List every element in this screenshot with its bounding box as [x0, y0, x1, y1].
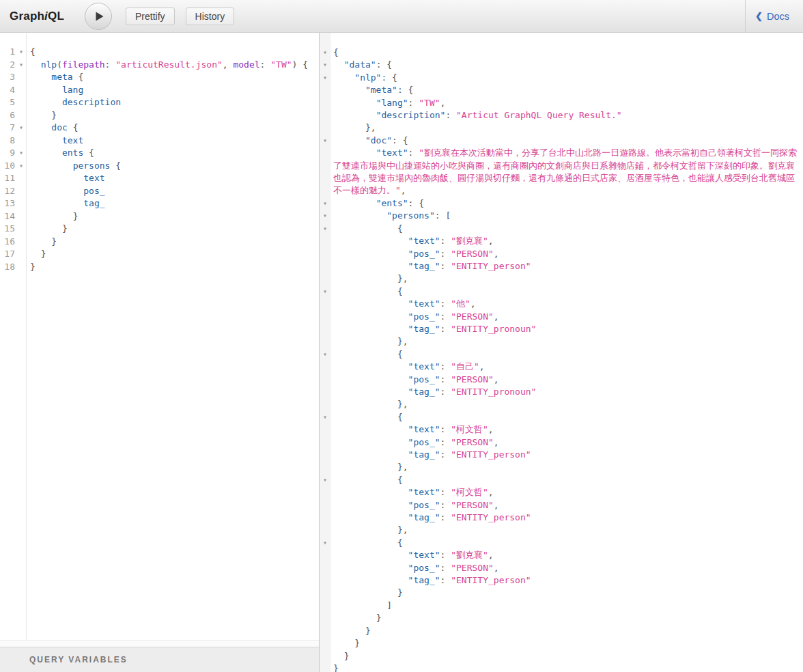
code-line: 15 } [0, 223, 319, 236]
code-token [30, 72, 51, 82]
code-line-content: } [26, 223, 68, 236]
result-line-content: ] [331, 600, 803, 612]
query-editor-panel[interactable]: 1▾{2▾ nlp(filepath: "articutResult.json"… [0, 33, 319, 672]
code-token: "data" [344, 59, 376, 70]
result-line-content: { [331, 46, 803, 59]
fold-arrow-icon[interactable]: ▾ [16, 147, 26, 160]
result-line: "pos_": "PERSON", [319, 562, 803, 574]
fold-arrow-icon[interactable]: ▾ [319, 197, 331, 210]
result-line: "pos_": "PERSON", [319, 248, 803, 260]
code-token: }, [397, 524, 408, 535]
code-token [333, 449, 408, 460]
result-line-content: } [331, 612, 803, 624]
fold-arrow-icon[interactable]: ▾ [319, 285, 331, 298]
fold-arrow-icon[interactable]: ▾ [16, 46, 26, 59]
result-line: } [319, 662, 803, 672]
fold-spacer [319, 122, 331, 134]
code-token: : [440, 298, 451, 309]
code-token: "text" [408, 487, 440, 497]
fold-arrow-icon[interactable]: ▾ [319, 59, 331, 71]
query-variables-title[interactable]: QUERY VARIABLES [0, 647, 319, 672]
code-token: "他" [451, 298, 470, 309]
code-token: : [440, 575, 451, 585]
code-token: "tag_" [408, 261, 440, 271]
code-token: "nlp" [354, 72, 381, 83]
line-number: 2 [0, 59, 16, 72]
fold-arrow-icon[interactable]: ▾ [16, 160, 26, 173]
code-token: { [392, 72, 397, 83]
fold-spacer [319, 172, 331, 184]
code-token: model [233, 59, 259, 70]
result-line: "tag_": "ENTITY_person" [319, 260, 803, 272]
code-line: 5 description [0, 96, 319, 109]
code-token: doc [51, 122, 67, 132]
line-number: 16 [0, 236, 16, 249]
code-token: 也認為，雙連市場內的魯肉飯、圓仔湯與切仔麵，還有九條通的日式店家、居酒屋等特色，… [333, 173, 795, 183]
code-token: filepath [62, 59, 105, 70]
fold-arrow-icon[interactable]: ▾ [319, 210, 331, 222]
code-token: "劉克襄" [451, 236, 488, 246]
fold-arrow-icon[interactable]: ▾ [319, 537, 331, 549]
code-token: : [440, 424, 451, 434]
code-token: "劉克襄在本次活動當中，分享了台北中山北路一日遊路線。他表示當初自己領著柯文哲一… [419, 148, 797, 158]
fold-arrow-icon[interactable]: ▾ [16, 59, 26, 72]
code-token [333, 135, 365, 145]
result-line-content: { [331, 411, 803, 423]
query-editor-code[interactable]: 1▾{2▾ nlp(filepath: "articutResult.json"… [0, 33, 319, 273]
fold-arrow-icon[interactable]: ▾ [16, 122, 26, 135]
line-number: 6 [0, 109, 16, 122]
fold-arrow-icon[interactable]: ▾ [319, 411, 331, 423]
line-number: 10 [0, 160, 16, 173]
code-token: : [408, 148, 419, 158]
result-line-content: "data": { [331, 59, 803, 71]
fold-arrow-icon[interactable]: ▾ [319, 72, 331, 84]
code-token [333, 587, 397, 598]
result-line: "text": "自己", [319, 361, 803, 373]
code-token: } [354, 638, 360, 648]
code-token: "PERSON" [451, 249, 494, 259]
fold-spacer [319, 524, 331, 536]
code-token: "PERSON" [451, 563, 494, 573]
line-number: 13 [0, 197, 16, 210]
code-token [333, 512, 408, 522]
code-token [30, 110, 51, 120]
docs-link[interactable]: ❮Docs [755, 11, 789, 22]
fold-spacer [16, 248, 26, 261]
line-number: 14 [0, 210, 16, 223]
code-token [333, 475, 397, 485]
prettify-button[interactable]: Prettify [126, 8, 175, 25]
result-line-content: } [331, 650, 803, 662]
code-token: : [440, 550, 451, 560]
line-number: 9 [0, 147, 16, 160]
code-token [333, 399, 397, 409]
code-token [333, 122, 365, 132]
fold-spacer [16, 197, 26, 210]
code-token: , [494, 311, 499, 322]
code-token: , [494, 249, 499, 259]
code-token: "pos_" [408, 563, 440, 573]
fold-arrow-icon[interactable]: ▾ [319, 348, 331, 361]
code-token: } [73, 211, 79, 221]
code-token [333, 223, 397, 234]
fold-arrow-icon[interactable]: ▾ [319, 223, 331, 235]
code-token: }, [365, 122, 376, 132]
fold-arrow-icon[interactable]: ▾ [319, 474, 331, 486]
code-token: }, [397, 399, 408, 409]
fold-spacer [319, 461, 331, 473]
fold-arrow-icon[interactable]: ▾ [319, 135, 331, 147]
query-variables-editor[interactable] [0, 640, 319, 647]
code-token: meta [51, 72, 72, 82]
result-line-content: "text": "劉克襄", [331, 549, 803, 561]
code-token: : [397, 85, 408, 95]
history-button[interactable]: History [186, 8, 235, 25]
fold-arrow-icon[interactable]: ▾ [319, 46, 331, 59]
code-token: "text" [408, 424, 440, 434]
code-line-content: text [26, 135, 83, 148]
result-line: ▾ { [319, 285, 803, 298]
code-token: "text" [408, 361, 440, 372]
code-line-content: } [26, 248, 46, 261]
execute-query-button[interactable] [85, 3, 112, 30]
code-token: , [494, 563, 499, 573]
code-token: "ENTITY_person" [451, 449, 531, 460]
code-token: , [470, 298, 476, 309]
